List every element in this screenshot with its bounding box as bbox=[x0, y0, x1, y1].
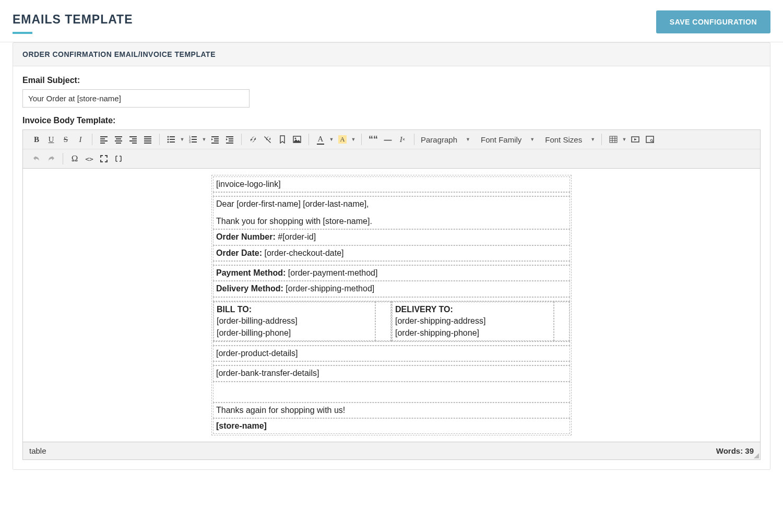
indent-button[interactable] bbox=[222, 132, 237, 147]
bullet-list-button[interactable] bbox=[164, 132, 179, 147]
paragraph-format-select[interactable]: Paragraph▼ bbox=[416, 132, 476, 147]
undo-button[interactable] bbox=[29, 151, 44, 166]
align-justify-button[interactable] bbox=[140, 132, 155, 147]
save-configuration-button[interactable]: SAVE CONFIGURATION bbox=[656, 10, 770, 33]
svg-point-2 bbox=[168, 141, 169, 143]
editor-statusbar: table Words: 39 bbox=[23, 442, 760, 459]
preview-button[interactable] bbox=[643, 132, 657, 147]
template-table: [invoice-logo-link] Dear [order-first-na… bbox=[213, 176, 570, 434]
editor-toolbar: B U S I bbox=[23, 130, 760, 169]
panel-title: ORDER CONFIRMATION EMAIL/INVOICE TEMPLAT… bbox=[13, 43, 770, 66]
font-family-select[interactable]: Font Family▼ bbox=[476, 132, 540, 147]
table-dropdown[interactable]: ▼ bbox=[621, 132, 628, 147]
align-right-button[interactable] bbox=[126, 132, 140, 147]
italic-button[interactable]: I bbox=[73, 132, 88, 147]
store-signature-cell[interactable]: [store-name] bbox=[213, 418, 570, 434]
bookmark-button[interactable] bbox=[275, 132, 290, 147]
svg-point-11 bbox=[650, 139, 652, 141]
clear-formatting-button[interactable]: I× bbox=[395, 132, 410, 147]
email-subject-input[interactable] bbox=[22, 89, 250, 108]
svg-point-1 bbox=[168, 139, 169, 140]
word-count: Words: 39 bbox=[716, 446, 754, 455]
page-title: EMAILS TEMPLATE bbox=[13, 13, 133, 32]
unlink-button[interactable] bbox=[260, 132, 275, 147]
bill-to-cell[interactable]: BILL TO: [order-billing-address] [order-… bbox=[213, 302, 375, 341]
greeting-cell[interactable]: Dear [order-first-name] [order-last-name… bbox=[213, 196, 570, 229]
bold-button[interactable]: B bbox=[29, 132, 44, 147]
outdent-button[interactable] bbox=[208, 132, 222, 147]
media-button[interactable] bbox=[628, 132, 643, 147]
svg-rect-8 bbox=[610, 136, 617, 143]
order-number-cell[interactable]: Order Number: #[order-id] bbox=[213, 229, 570, 245]
link-button[interactable] bbox=[246, 132, 260, 147]
delivery-method-cell[interactable]: Delivery Method: [order-shipping-method] bbox=[213, 281, 570, 297]
underline-button[interactable]: U bbox=[44, 132, 58, 147]
redo-button[interactable] bbox=[44, 151, 58, 166]
svg-point-7 bbox=[295, 138, 296, 139]
font-sizes-select[interactable]: Font Sizes▼ bbox=[540, 132, 600, 147]
rich-text-editor: B U S I bbox=[22, 129, 761, 460]
resize-grip-icon[interactable] bbox=[754, 453, 759, 458]
show-blocks-button[interactable] bbox=[111, 151, 126, 166]
product-details-cell[interactable]: [order-product-details] bbox=[213, 346, 570, 361]
bank-details-cell[interactable]: [order-bank-transfer-details] bbox=[213, 365, 570, 381]
numbered-list-dropdown[interactable]: ▼ bbox=[200, 132, 208, 147]
fullscreen-button[interactable] bbox=[97, 151, 111, 166]
svg-point-0 bbox=[168, 136, 169, 138]
background-color-dropdown[interactable]: ▼ bbox=[350, 132, 357, 147]
image-button[interactable] bbox=[290, 132, 304, 147]
svg-text:3: 3 bbox=[189, 140, 191, 144]
text-color-button[interactable]: A bbox=[313, 132, 328, 147]
table-button[interactable] bbox=[606, 132, 621, 147]
delivery-to-cell[interactable]: DELIVERY TO: [order-shipping-address] [o… bbox=[392, 302, 554, 341]
invoice-body-label: Invoice Body Template: bbox=[22, 116, 761, 125]
background-color-button[interactable]: A bbox=[335, 132, 350, 147]
special-character-button[interactable]: Ω bbox=[67, 151, 82, 166]
align-left-button[interactable] bbox=[97, 132, 111, 147]
bullet-list-dropdown[interactable]: ▼ bbox=[179, 132, 186, 147]
element-path[interactable]: table bbox=[29, 446, 46, 455]
numbered-list-button[interactable]: 123 bbox=[186, 132, 200, 147]
source-code-button[interactable]: <> bbox=[82, 151, 97, 166]
strikethrough-button[interactable]: S bbox=[58, 132, 73, 147]
logo-cell[interactable]: [invoice-logo-link] bbox=[213, 176, 570, 192]
editor-content-area[interactable]: [invoice-logo-link] Dear [order-first-na… bbox=[23, 169, 760, 442]
text-color-dropdown[interactable]: ▼ bbox=[328, 132, 335, 147]
thanks-again-cell[interactable]: Thanks again for shopping with us! bbox=[213, 403, 570, 418]
email-subject-label: Email Subject: bbox=[22, 76, 761, 85]
payment-method-cell[interactable]: Payment Method: [order-payment-method] bbox=[213, 265, 570, 281]
order-date-cell[interactable]: Order Date: [order-checkout-date] bbox=[213, 245, 570, 261]
blockquote-button[interactable]: ““ bbox=[366, 132, 381, 147]
align-center-button[interactable] bbox=[111, 132, 126, 147]
horizontal-rule-button[interactable]: — bbox=[381, 132, 395, 147]
